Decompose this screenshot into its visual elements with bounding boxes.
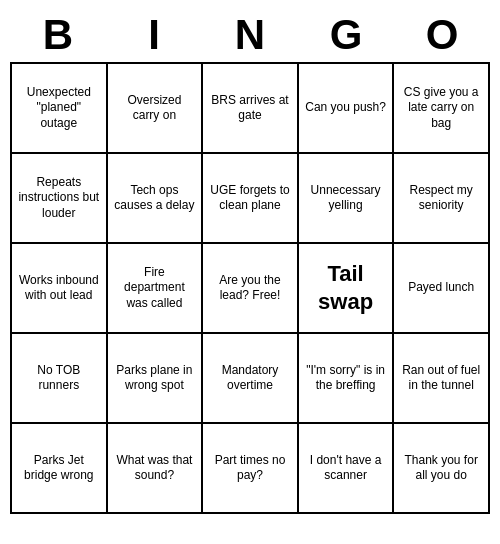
- bingo-letter: I: [106, 8, 202, 62]
- bingo-cell[interactable]: Part times no pay?: [203, 424, 299, 514]
- bingo-cell[interactable]: Mandatory overtime: [203, 334, 299, 424]
- bingo-cell[interactable]: Tech ops causes a delay: [108, 154, 204, 244]
- bingo-header: BINGO: [10, 8, 490, 62]
- bingo-cell[interactable]: Oversized carry on: [108, 64, 204, 154]
- bingo-cell[interactable]: Unnecessary yelling: [299, 154, 395, 244]
- bingo-cell[interactable]: Unexpected "planed" outage: [12, 64, 108, 154]
- bingo-letter: N: [202, 8, 298, 62]
- bingo-cell[interactable]: I don't have a scanner: [299, 424, 395, 514]
- bingo-cell[interactable]: Are you the lead? Free!: [203, 244, 299, 334]
- bingo-cell[interactable]: Works inbound with out lead: [12, 244, 108, 334]
- bingo-letter: O: [394, 8, 490, 62]
- bingo-cell[interactable]: Repeats instructions but louder: [12, 154, 108, 244]
- bingo-cell[interactable]: "I'm sorry" is in the breffing: [299, 334, 395, 424]
- bingo-cell[interactable]: UGE forgets to clean plane: [203, 154, 299, 244]
- bingo-cell[interactable]: Parks plane in wrong spot: [108, 334, 204, 424]
- bingo-card: BINGO Unexpected "planed" outageOversize…: [10, 8, 490, 514]
- bingo-cell[interactable]: Tail swap: [299, 244, 395, 334]
- bingo-cell[interactable]: CS give you a late carry on bag: [394, 64, 490, 154]
- bingo-grid: Unexpected "planed" outageOversized carr…: [10, 62, 490, 514]
- bingo-cell[interactable]: BRS arrives at gate: [203, 64, 299, 154]
- bingo-cell[interactable]: Parks Jet bridge wrong: [12, 424, 108, 514]
- bingo-cell[interactable]: Can you push?: [299, 64, 395, 154]
- bingo-cell[interactable]: Payed lunch: [394, 244, 490, 334]
- bingo-cell[interactable]: Thank you for all you do: [394, 424, 490, 514]
- bingo-letter: G: [298, 8, 394, 62]
- bingo-cell[interactable]: No TOB runners: [12, 334, 108, 424]
- bingo-cell[interactable]: Respect my seniority: [394, 154, 490, 244]
- bingo-cell[interactable]: Fire department was called: [108, 244, 204, 334]
- bingo-cell[interactable]: What was that sound?: [108, 424, 204, 514]
- bingo-letter: B: [10, 8, 106, 62]
- bingo-cell[interactable]: Ran out of fuel in the tunnel: [394, 334, 490, 424]
